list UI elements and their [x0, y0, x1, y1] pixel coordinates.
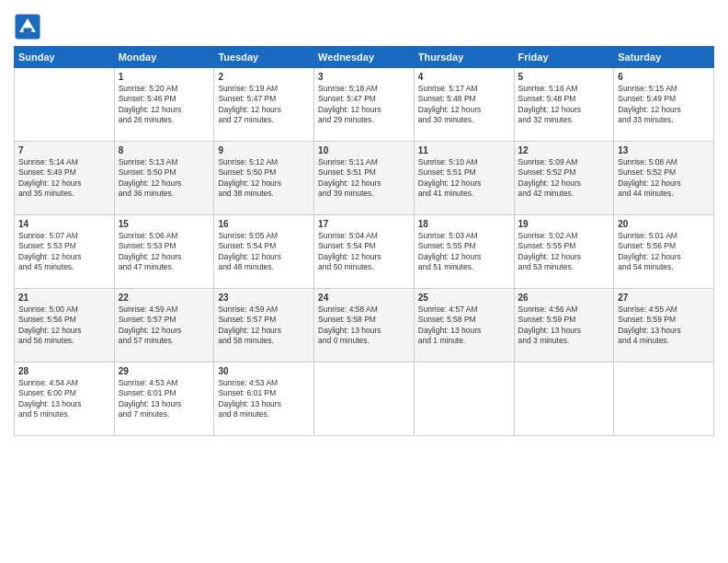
day-number: 3: [318, 72, 410, 82]
svg-rect-2: [24, 29, 32, 34]
day-info: Sunrise: 5:09 AM Sunset: 5:52 PM Dayligh…: [518, 157, 610, 200]
day-info: Sunrise: 4:53 AM Sunset: 6:01 PM Dayligh…: [218, 378, 310, 420]
col-header-friday: Friday: [514, 47, 614, 68]
day-cell: 10Sunrise: 5:11 AM Sunset: 5:51 PM Dayli…: [314, 142, 415, 215]
day-cell: 13Sunrise: 5:08 AM Sunset: 5:52 PM Dayli…: [614, 142, 714, 215]
day-number: 14: [18, 219, 110, 229]
day-cell: [314, 362, 415, 436]
header: [14, 9, 714, 40]
day-info: Sunrise: 5:06 AM Sunset: 5:53 PM Dayligh…: [119, 231, 210, 273]
day-cell: [15, 68, 115, 142]
day-info: Sunrise: 4:57 AM Sunset: 5:58 PM Dayligh…: [418, 304, 510, 347]
logo-icon: [14, 13, 41, 40]
day-info: Sunrise: 4:59 AM Sunset: 5:57 PM Dayligh…: [119, 304, 210, 347]
day-number: 16: [218, 219, 310, 229]
day-info: Sunrise: 5:14 AM Sunset: 5:49 PM Dayligh…: [18, 157, 110, 200]
day-info: Sunrise: 5:12 AM Sunset: 5:50 PM Dayligh…: [218, 157, 310, 200]
day-cell: [514, 362, 614, 436]
day-cell: 29Sunrise: 4:53 AM Sunset: 6:01 PM Dayli…: [114, 362, 214, 436]
day-cell: 17Sunrise: 5:04 AM Sunset: 5:54 PM Dayli…: [314, 215, 415, 289]
day-number: 10: [318, 145, 410, 155]
day-info: Sunrise: 5:04 AM Sunset: 5:54 PM Dayligh…: [318, 231, 410, 273]
day-cell: 20Sunrise: 5:01 AM Sunset: 5:56 PM Dayli…: [614, 215, 714, 289]
day-number: 6: [618, 72, 710, 82]
day-cell: 22Sunrise: 4:59 AM Sunset: 5:57 PM Dayli…: [114, 289, 214, 362]
day-number: 28: [18, 366, 110, 376]
week-row-2: 7Sunrise: 5:14 AM Sunset: 5:49 PM Daylig…: [15, 142, 714, 215]
day-info: Sunrise: 4:55 AM Sunset: 5:59 PM Dayligh…: [618, 304, 710, 347]
day-cell: 1Sunrise: 5:20 AM Sunset: 5:46 PM Daylig…: [114, 68, 214, 142]
day-cell: 14Sunrise: 5:07 AM Sunset: 5:53 PM Dayli…: [15, 215, 115, 289]
week-row-4: 21Sunrise: 5:00 AM Sunset: 5:56 PM Dayli…: [15, 289, 714, 362]
day-number: 25: [418, 293, 510, 303]
col-header-wednesday: Wednesday: [314, 47, 415, 68]
day-number: 29: [119, 366, 210, 376]
day-number: 30: [218, 366, 310, 376]
day-cell: 19Sunrise: 5:02 AM Sunset: 5:55 PM Dayli…: [514, 215, 614, 289]
day-cell: 28Sunrise: 4:54 AM Sunset: 6:00 PM Dayli…: [15, 362, 115, 436]
day-info: Sunrise: 5:07 AM Sunset: 5:53 PM Dayligh…: [18, 231, 110, 273]
day-cell: 25Sunrise: 4:57 AM Sunset: 5:58 PM Dayli…: [414, 289, 514, 362]
day-number: 22: [119, 293, 210, 303]
day-cell: 15Sunrise: 5:06 AM Sunset: 5:53 PM Dayli…: [114, 215, 214, 289]
day-number: 19: [518, 219, 610, 229]
day-cell: [614, 362, 714, 436]
logo: [14, 13, 45, 40]
day-cell: 18Sunrise: 5:03 AM Sunset: 5:55 PM Dayli…: [414, 215, 514, 289]
day-number: 9: [218, 145, 310, 155]
col-header-sunday: Sunday: [15, 47, 115, 68]
day-info: Sunrise: 5:10 AM Sunset: 5:51 PM Dayligh…: [418, 157, 510, 200]
day-info: Sunrise: 5:20 AM Sunset: 5:46 PM Dayligh…: [119, 84, 210, 126]
day-number: 5: [518, 72, 610, 82]
day-info: Sunrise: 5:05 AM Sunset: 5:54 PM Dayligh…: [218, 231, 310, 273]
day-cell: 21Sunrise: 5:00 AM Sunset: 5:56 PM Dayli…: [15, 289, 115, 362]
page-container: SundayMondayTuesdayWednesdayThursdayFrid…: [0, 0, 728, 445]
header-row: SundayMondayTuesdayWednesdayThursdayFrid…: [15, 47, 714, 68]
day-info: Sunrise: 5:15 AM Sunset: 5:49 PM Dayligh…: [618, 84, 710, 126]
col-header-thursday: Thursday: [414, 47, 514, 68]
day-info: Sunrise: 5:16 AM Sunset: 5:48 PM Dayligh…: [518, 84, 610, 126]
day-number: 1: [119, 72, 210, 82]
day-number: 7: [18, 145, 110, 155]
day-number: 20: [618, 219, 710, 229]
day-number: 24: [318, 293, 410, 303]
day-cell: 2Sunrise: 5:19 AM Sunset: 5:47 PM Daylig…: [214, 68, 314, 142]
day-cell: 16Sunrise: 5:05 AM Sunset: 5:54 PM Dayli…: [214, 215, 314, 289]
day-cell: 24Sunrise: 4:58 AM Sunset: 5:58 PM Dayli…: [314, 289, 415, 362]
day-number: 12: [518, 145, 610, 155]
day-cell: 23Sunrise: 4:59 AM Sunset: 5:57 PM Dayli…: [214, 289, 314, 362]
calendar-table: SundayMondayTuesdayWednesdayThursdayFrid…: [14, 46, 714, 436]
day-number: 17: [318, 219, 410, 229]
week-row-1: 1Sunrise: 5:20 AM Sunset: 5:46 PM Daylig…: [15, 68, 714, 142]
day-info: Sunrise: 5:18 AM Sunset: 5:47 PM Dayligh…: [318, 84, 410, 126]
day-cell: 30Sunrise: 4:53 AM Sunset: 6:01 PM Dayli…: [214, 362, 314, 436]
week-row-5: 28Sunrise: 4:54 AM Sunset: 6:00 PM Dayli…: [15, 362, 714, 436]
day-cell: [414, 362, 514, 436]
day-number: 4: [418, 72, 510, 82]
day-info: Sunrise: 5:01 AM Sunset: 5:56 PM Dayligh…: [618, 231, 710, 273]
day-number: 21: [18, 293, 110, 303]
day-cell: 12Sunrise: 5:09 AM Sunset: 5:52 PM Dayli…: [514, 142, 614, 215]
day-number: 13: [618, 145, 710, 155]
day-cell: 11Sunrise: 5:10 AM Sunset: 5:51 PM Dayli…: [414, 142, 514, 215]
day-number: 2: [218, 72, 310, 82]
day-number: 27: [618, 293, 710, 303]
day-cell: 27Sunrise: 4:55 AM Sunset: 5:59 PM Dayli…: [614, 289, 714, 362]
day-number: 18: [418, 219, 510, 229]
col-header-saturday: Saturday: [614, 47, 714, 68]
day-number: 15: [119, 219, 210, 229]
day-cell: 6Sunrise: 5:15 AM Sunset: 5:49 PM Daylig…: [614, 68, 714, 142]
day-info: Sunrise: 4:53 AM Sunset: 6:01 PM Dayligh…: [119, 378, 210, 420]
day-number: 23: [218, 293, 310, 303]
day-info: Sunrise: 5:13 AM Sunset: 5:50 PM Dayligh…: [119, 157, 210, 200]
day-number: 8: [119, 145, 210, 155]
day-cell: 9Sunrise: 5:12 AM Sunset: 5:50 PM Daylig…: [214, 142, 314, 215]
day-cell: 7Sunrise: 5:14 AM Sunset: 5:49 PM Daylig…: [15, 142, 115, 215]
day-info: Sunrise: 5:19 AM Sunset: 5:47 PM Dayligh…: [218, 84, 310, 126]
day-info: Sunrise: 4:56 AM Sunset: 5:59 PM Dayligh…: [518, 304, 610, 347]
day-cell: 8Sunrise: 5:13 AM Sunset: 5:50 PM Daylig…: [114, 142, 214, 215]
day-info: Sunrise: 5:11 AM Sunset: 5:51 PM Dayligh…: [318, 157, 410, 200]
day-info: Sunrise: 5:02 AM Sunset: 5:55 PM Dayligh…: [518, 231, 610, 273]
day-info: Sunrise: 5:17 AM Sunset: 5:48 PM Dayligh…: [418, 84, 510, 126]
day-cell: 5Sunrise: 5:16 AM Sunset: 5:48 PM Daylig…: [514, 68, 614, 142]
